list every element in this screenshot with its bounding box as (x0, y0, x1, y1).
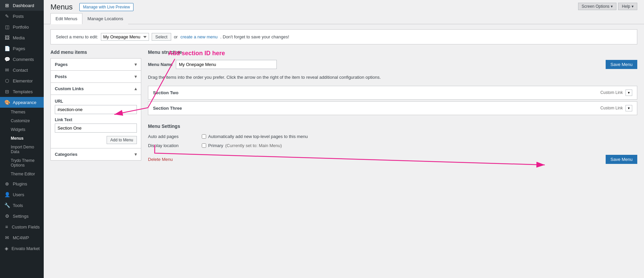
sidebar-item-label: Plugins (13, 181, 27, 186)
sidebar-item-label: Envato Market (11, 246, 40, 251)
sidebar-item-label: Contact (13, 68, 28, 73)
sidebar-item-label: Comments (13, 57, 34, 62)
submenu-themes[interactable]: Themes (0, 108, 44, 116)
sidebar-item-comments[interactable]: 💬 Comments (0, 54, 44, 65)
submenu-import-demo[interactable]: Import Demo Data (0, 143, 44, 156)
create-menu-link[interactable]: create a new menu (180, 34, 218, 39)
chevron-down-icon: ▾ (135, 62, 137, 67)
tab-edit-menus[interactable]: Edit Menus (50, 13, 82, 24)
sidebar-item-plugins[interactable]: ⊕ Plugins (0, 178, 44, 189)
content-area: Select a menu to edit: My Onepage Menu S… (44, 24, 644, 169)
portfolio-icon: ◫ (4, 24, 10, 30)
save-menu-button-bottom[interactable]: Save Menu (606, 155, 637, 164)
nav-tabs: Edit Menus Manage Locations (44, 13, 644, 24)
custom-fields-icon: ≡ (4, 224, 9, 230)
submenu-trydo-theme[interactable]: Trydo Theme Options (0, 156, 44, 170)
sidebar-item-tools[interactable]: 🔧 Tools (0, 200, 44, 211)
auto-add-checkbox[interactable] (202, 134, 206, 139)
sidebar-item-posts[interactable]: ✎ Posts (0, 11, 44, 22)
auto-add-value: Automatically add new top-level pages to… (202, 134, 308, 139)
sidebar-item-label: Pages (13, 46, 25, 51)
sidebar-item-users[interactable]: 👤 Users (0, 189, 44, 200)
pages-icon: 📄 (4, 46, 10, 51)
menu-settings: Menu Settings Auto add pages Automatical… (148, 124, 637, 164)
select-button[interactable]: Select (152, 33, 171, 41)
plugins-icon: ⊕ (4, 181, 10, 186)
url-input[interactable] (55, 105, 137, 114)
menu-structure-title: Menu structure (148, 49, 637, 55)
sidebar-item-label: Portfolio (13, 25, 29, 30)
tools-icon: 🔧 (4, 203, 10, 208)
dashboard-icon: ⊞ (4, 3, 10, 8)
sidebar-item-portfolio[interactable]: ◫ Portfolio (0, 22, 44, 32)
chevron-down-icon: ▾ (611, 4, 613, 9)
menu-item-section-two: Section Two Custom Link ▾ (148, 86, 637, 100)
sidebar-item-mc4wp[interactable]: ✉ MC4WP (0, 232, 44, 243)
accordion-custom-links: Custom Links ▴ URL Link Text (50, 83, 141, 148)
menu-item-right: Custom Link ▾ (600, 105, 632, 111)
or-text: or (174, 34, 178, 39)
templates-icon: ⊟ (4, 89, 10, 94)
auto-add-description: Automatically add new top-level pages to… (208, 134, 308, 139)
accordion-posts-header[interactable]: Posts ▾ (51, 71, 141, 82)
add-to-menu-button[interactable]: Add to Menu (107, 136, 137, 144)
media-icon: 🖼 (4, 35, 10, 40)
sidebar-item-label: MC4WP (13, 235, 29, 240)
sidebar-item-appearance[interactable]: 🎨 Appearance (0, 97, 44, 108)
sidebar-item-dashboard[interactable]: ⊞ Dashboard (0, 0, 44, 11)
sidebar-item-settings[interactable]: ⚙ Settings (0, 211, 44, 221)
accordion-custom-links-header[interactable]: Custom Links ▴ (51, 83, 141, 95)
accordion-custom-links-body: URL Link Text Add to Menu (51, 95, 141, 148)
sidebar-item-elementor[interactable]: ⬡ Elementor (0, 75, 44, 86)
display-location-value: Primary (Currently set to: Main Menu) (202, 143, 282, 148)
two-column-layout: Add menu items Pages ▾ Posts (50, 49, 637, 164)
help-button[interactable]: Help ▾ (618, 3, 637, 10)
sidebar-item-label: Elementor (13, 78, 33, 83)
sidebar-item-envato[interactable]: ◈ Envato Market (0, 243, 44, 254)
topbar-right: Screen Options ▾ Help ▾ (578, 3, 637, 10)
accordion-categories-label: Categories (55, 152, 77, 157)
users-icon: 👤 (4, 192, 10, 197)
submenu-menus[interactable]: Menus (0, 134, 44, 143)
sidebar-item-custom-fields[interactable]: ≡ Custom Fields (0, 221, 44, 232)
sidebar-item-templates[interactable]: ⊟ Templates (0, 86, 44, 97)
screen-options-button[interactable]: Screen Options ▾ (578, 3, 617, 10)
accordion-pages-header[interactable]: Pages ▾ (51, 59, 141, 70)
sidebar-item-label: Custom Fields (12, 224, 40, 230)
sidebar-item-label: Users (13, 192, 24, 197)
sidebar-item-label: Posts (13, 14, 24, 19)
sidebar-item-media[interactable]: 🖼 Media (0, 32, 44, 43)
menu-settings-title: Menu Settings (148, 124, 637, 129)
link-text-label: Link Text (55, 117, 137, 122)
save-menu-button-top[interactable]: Save Menu (606, 60, 637, 69)
sidebar-item-label: Tools (13, 203, 23, 208)
submenu-customize[interactable]: Customize (0, 116, 44, 125)
accordion-posts-label: Posts (55, 74, 67, 79)
delete-menu-link[interactable]: Delete Menu (148, 157, 173, 162)
sidebar-item-contact[interactable]: ✉ Contact (0, 65, 44, 75)
manage-preview-button[interactable]: Manage with Live Preview (79, 3, 134, 11)
menu-item-expand-button[interactable]: ▾ (626, 90, 632, 96)
sidebar-item-label: Media (13, 35, 25, 40)
comments-icon: 💬 (4, 57, 10, 62)
select-menu-label: Select a menu to edit: (56, 34, 98, 39)
submenu-widgets[interactable]: Widgets (0, 125, 44, 134)
link-text-row: Link Text (55, 117, 137, 133)
link-text-input[interactable] (55, 124, 137, 133)
menu-select[interactable]: My Onepage Menu (101, 33, 149, 41)
tab-manage-locations[interactable]: Manage Locations (82, 13, 128, 24)
menu-item-name: Section Three (153, 106, 182, 111)
accordion-custom-links-label: Custom Links (55, 86, 84, 91)
menu-name-input[interactable] (176, 60, 277, 69)
sidebar-item-label: Templates (13, 89, 33, 94)
submenu-theme-editor[interactable]: Theme Editor (0, 170, 44, 178)
add-menu-panel: Add menu items Pages ▾ Posts (50, 49, 141, 164)
settings-icon: ⚙ (4, 213, 10, 219)
chevron-up-icon: ▴ (135, 86, 137, 91)
menu-item-type: Custom Link (600, 90, 623, 95)
primary-checkbox[interactable] (202, 143, 206, 148)
sidebar-item-pages[interactable]: 📄 Pages (0, 43, 44, 54)
primary-note: (Currently set to: Main Menu) (225, 143, 282, 148)
accordion-categories-header[interactable]: Categories ▾ (51, 148, 141, 160)
menu-item-expand-button[interactable]: ▾ (626, 105, 632, 111)
